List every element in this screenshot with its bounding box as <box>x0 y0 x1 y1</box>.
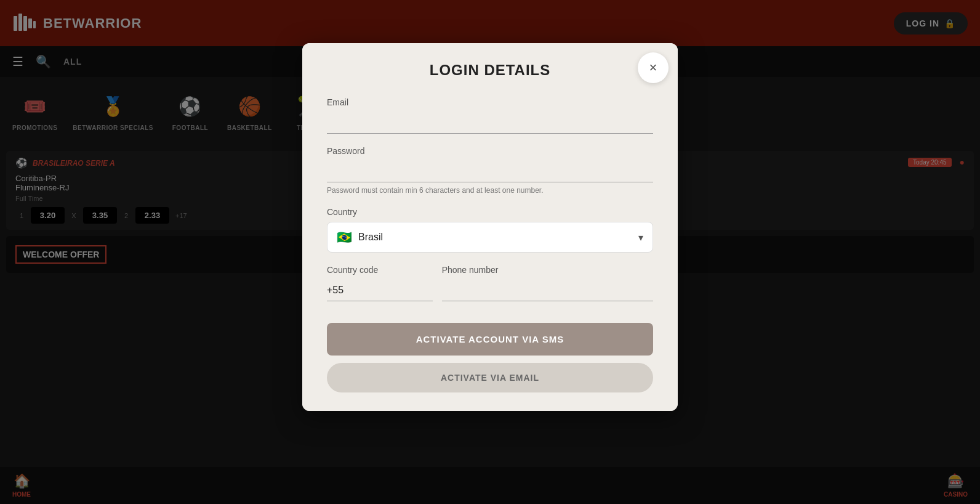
phone-number-field[interactable] <box>442 280 653 301</box>
country-code-label: Country code <box>327 265 433 275</box>
country-code-field[interactable] <box>327 280 433 301</box>
country-select[interactable]: 🇧🇷 Brasil ▾ <box>327 222 653 253</box>
password-hint: Password must contain min 6 characters a… <box>327 186 653 195</box>
chevron-down-icon: ▾ <box>638 232 643 243</box>
country-code-group: Country code <box>327 265 433 301</box>
modal-header: LOGIN DETAILS × <box>302 43 678 91</box>
activate-sms-button[interactable]: ACTIVATE ACCOUNT VIA SMS <box>327 323 653 356</box>
modal-form: Email Password Password must contain min… <box>302 91 678 301</box>
password-label: Password <box>327 146 653 156</box>
phone-label: Phone number <box>442 265 653 275</box>
country-name: Brasil <box>358 232 632 243</box>
email-group: Email <box>327 97 653 134</box>
phone-number-group: Phone number <box>442 265 653 301</box>
modal-close-button[interactable]: × <box>638 52 669 83</box>
modal-title: LOGIN DETAILS <box>327 62 653 79</box>
password-group: Password Password must contain min 6 cha… <box>327 146 653 195</box>
login-modal: LOGIN DETAILS × Email Password Password … <box>302 43 678 411</box>
email-field[interactable] <box>327 112 653 134</box>
modal-body: Email Password Password must contain min… <box>302 91 678 314</box>
country-group: Country 🇧🇷 Brasil ▾ <box>327 207 653 253</box>
activate-email-button[interactable]: ACTIVATE VIA EMAIL <box>327 363 653 392</box>
brazil-flag-icon: 🇧🇷 <box>337 230 352 245</box>
phone-group: Country code Phone number <box>327 265 653 301</box>
email-label: Email <box>327 97 653 107</box>
password-field[interactable] <box>327 161 653 182</box>
modal-overlay: LOGIN DETAILS × Email Password Password … <box>0 0 980 504</box>
country-label: Country <box>327 207 653 217</box>
modal-footer: ACTIVATE ACCOUNT VIA SMS ACTIVATE VIA EM… <box>302 314 678 411</box>
phone-row: Country code Phone number <box>327 265 653 301</box>
